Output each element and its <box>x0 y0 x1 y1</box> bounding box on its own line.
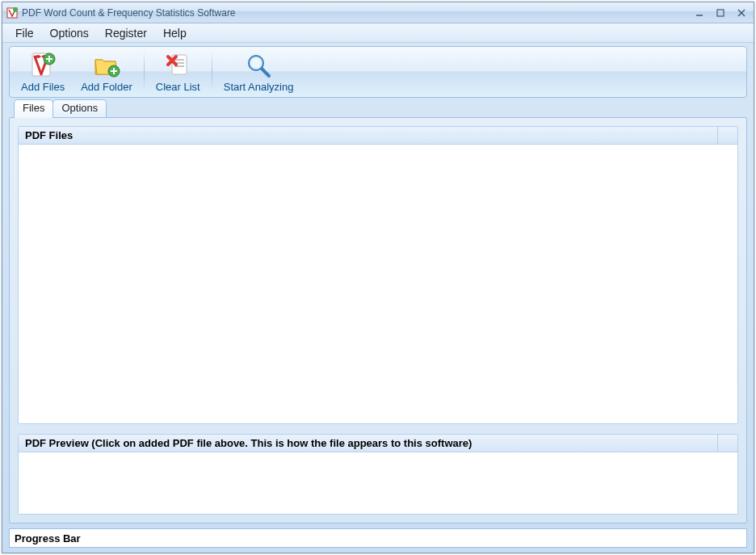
app-window: PDF Word Count & Frequency Statistics So… <box>2 2 754 553</box>
pdf-preview-area <box>19 452 737 514</box>
pdf-files-list[interactable] <box>19 145 737 423</box>
pdf-add-icon <box>29 52 57 79</box>
add-files-label: Add Files <box>21 81 65 93</box>
progress-bar: Progress Bar <box>9 528 747 548</box>
folder-add-icon <box>93 52 120 79</box>
toolbar-separator <box>144 52 145 92</box>
app-icon <box>6 6 19 19</box>
svg-line-19 <box>262 69 269 76</box>
add-folder-label: Add Folder <box>81 81 132 93</box>
tab-panel-files: PDF Files PDF Preview (Click on added PD… <box>9 117 747 523</box>
menu-options[interactable]: Options <box>44 25 95 41</box>
minimize-button[interactable] <box>691 6 708 19</box>
magnifier-icon <box>245 52 272 79</box>
add-files-button[interactable]: Add Files <box>13 48 73 96</box>
close-button[interactable] <box>733 6 750 19</box>
tabs-row: Files Options <box>9 99 747 117</box>
menu-register[interactable]: Register <box>99 25 153 41</box>
tab-files[interactable]: Files <box>14 99 53 118</box>
add-folder-button[interactable]: Add Folder <box>73 48 141 96</box>
start-analyzing-button[interactable]: Start Analyzing <box>216 48 302 96</box>
window-title: PDF Word Count & Frequency Statistics So… <box>22 7 691 19</box>
window-controls <box>691 6 750 19</box>
progress-label: Progress Bar <box>15 532 81 544</box>
pdf-files-group: PDF Files <box>18 126 738 424</box>
menu-file[interactable]: File <box>9 25 40 41</box>
svg-point-1 <box>13 7 18 12</box>
content-area: Files Options PDF Files PDF Preview (Cli… <box>9 99 747 523</box>
svg-point-18 <box>251 58 261 68</box>
clear-list-button[interactable]: Clear List <box>148 48 208 96</box>
clear-icon <box>164 52 191 79</box>
tab-options[interactable]: Options <box>52 99 107 117</box>
start-analyzing-label: Start Analyzing <box>224 81 294 93</box>
menu-help[interactable]: Help <box>157 25 193 41</box>
toolbar-separator-2 <box>212 52 212 92</box>
svg-rect-3 <box>717 10 724 16</box>
maximize-button[interactable] <box>712 6 729 19</box>
clear-list-label: Clear List <box>156 81 200 93</box>
titlebar: PDF Word Count & Frequency Statistics So… <box>2 2 754 23</box>
pdf-preview-group: PDF Preview (Click on added PDF file abo… <box>18 434 738 515</box>
toolbar: Add Files Add Folder <box>9 46 747 98</box>
menubar: File Options Register Help <box>2 23 754 43</box>
pdf-files-header: PDF Files <box>19 127 737 145</box>
pdf-preview-header: PDF Preview (Click on added PDF file abo… <box>19 435 737 452</box>
